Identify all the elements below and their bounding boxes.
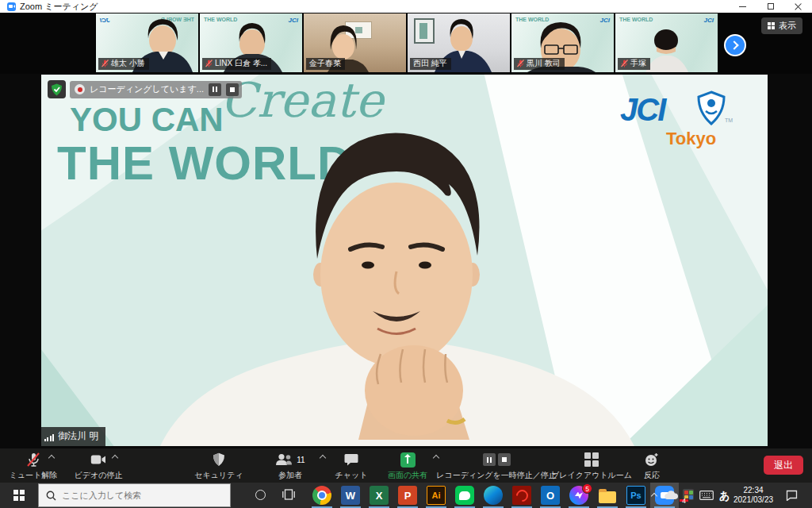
- start-button[interactable]: [0, 483, 38, 508]
- stop-recording-toolbar-button[interactable]: [498, 453, 511, 466]
- breakout-rooms-label: ブレイクアウトルーム: [551, 470, 632, 481]
- unmute-button[interactable]: ミュート解除: [2, 452, 64, 481]
- restore-button[interactable]: [756, 0, 784, 13]
- security-shield-button[interactable]: [48, 80, 66, 98]
- participant-name: 手塚: [630, 59, 646, 68]
- participant-name-label: 黒川 教司: [514, 58, 565, 70]
- breakout-rooms-button[interactable]: ブレイクアウトルーム: [553, 452, 630, 481]
- restore-icon: [768, 3, 774, 10]
- taskbar-app-line[interactable]: [450, 483, 479, 508]
- pause-recording-toolbar-button[interactable]: [483, 453, 496, 466]
- messenger-notification-badge: 5: [582, 483, 592, 494]
- search-input[interactable]: [62, 491, 209, 500]
- clock-date: 2021/03/23: [731, 495, 776, 505]
- participant-thumbnail[interactable]: THE WORLD JCI 手塚: [615, 13, 718, 72]
- pause-recording-button[interactable]: [209, 83, 221, 96]
- taskbar-app-explorer[interactable]: [593, 483, 622, 508]
- gallery-strip: THE WORLD JCI 雄太 小勝 THE WORLD JCI: [0, 13, 812, 74]
- taskbar-clock[interactable]: 22:34 2021/03/23: [731, 486, 776, 505]
- participant-name: 雄太 小勝: [111, 59, 145, 68]
- breakout-rooms-icon: [584, 452, 599, 468]
- chat-bubble-icon: [344, 452, 358, 468]
- taskbar-apps: W X P Ai O 5 Ps: [308, 483, 679, 508]
- taskbar-app-illustrator[interactable]: Ai: [422, 483, 450, 508]
- window-title: Zoom ミーティング: [20, 1, 98, 13]
- leave-meeting-label: 退出: [774, 459, 793, 472]
- muted-mic-icon: [102, 60, 109, 67]
- zoom-meeting-window: Zoom ミーティング THE WORLD JCI 雄太 小勝: [0, 0, 812, 508]
- speaker-nametag: 御法川 明: [41, 427, 105, 446]
- taskbar-app-edge[interactable]: [479, 483, 508, 508]
- excel-icon: X: [370, 486, 389, 505]
- participants-options-chevron-icon[interactable]: [320, 455, 326, 461]
- recording-indicator-bar: レコーディングしています...: [48, 80, 242, 98]
- powerpoint-icon: P: [398, 486, 417, 505]
- taskbar-app-photoshop[interactable]: Ps: [622, 483, 650, 508]
- security-label: セキュリティ: [194, 470, 243, 481]
- speaker-portrait: [41, 75, 768, 446]
- minimize-button[interactable]: [729, 0, 756, 13]
- recording-dot-icon: [75, 84, 85, 94]
- stop-recording-button[interactable]: [226, 83, 239, 96]
- video-camera-icon: [90, 452, 106, 468]
- taskbar-app-powerpoint[interactable]: P: [393, 483, 422, 508]
- task-view-icon: [282, 489, 295, 500]
- windows-logo-icon: [13, 490, 25, 502]
- action-center-icon[interactable]: [786, 490, 798, 501]
- grid-view-icon: [768, 22, 776, 30]
- chrome-icon: [312, 486, 331, 505]
- cortana-icon[interactable]: [255, 490, 266, 500]
- recording-controls[interactable]: レコーディングを一時停止／停止: [440, 452, 553, 481]
- chat-label: チャット: [335, 470, 368, 481]
- main-stage: YOU CAN Create THE WORLD JCI TM Tokyo: [0, 74, 812, 448]
- taskbar-search[interactable]: [38, 483, 231, 507]
- tray-notification-badge: 4: [679, 498, 689, 502]
- participant-thumbnail[interactable]: THE WORLD JCI 雄太 小勝: [95, 13, 198, 72]
- task-view-button[interactable]: [282, 489, 295, 500]
- ime-indicator[interactable]: あ: [719, 489, 730, 503]
- tray-notification-app-icon[interactable]: 4: [683, 489, 694, 500]
- view-button[interactable]: 表示: [761, 17, 803, 34]
- taskbar-app-acrobat[interactable]: [508, 483, 536, 508]
- muted-mic-icon: [26, 452, 40, 468]
- participant-name-label: 西田 純平: [410, 58, 451, 70]
- word-icon: W: [341, 486, 360, 505]
- onedrive-cloud-icon[interactable]: [665, 491, 678, 500]
- close-button[interactable]: [784, 0, 812, 13]
- participants-button[interactable]: 11 参加者: [262, 452, 319, 481]
- taskbar-app-word[interactable]: W: [336, 483, 365, 508]
- stop-video-button[interactable]: ビデオの停止: [67, 452, 129, 481]
- reactions-button[interactable]: 反応: [632, 452, 672, 481]
- touch-keyboard-icon[interactable]: [699, 491, 714, 500]
- active-speaker-video[interactable]: YOU CAN Create THE WORLD JCI TM Tokyo: [41, 75, 768, 446]
- photoshop-icon: Ps: [626, 486, 645, 505]
- security-button[interactable]: セキュリティ: [186, 452, 251, 481]
- security-shield-icon: [213, 452, 225, 468]
- next-page-button[interactable]: [724, 34, 746, 56]
- acrobat-icon: [512, 486, 531, 505]
- leave-meeting-button[interactable]: 退出: [764, 456, 803, 475]
- taskbar-app-chrome[interactable]: [308, 483, 336, 508]
- file-explorer-icon: [598, 486, 617, 505]
- participant-name: 黒川 教司: [527, 59, 561, 68]
- meeting-toolbar: ミュート解除 ビデオの停止 セキュリティ 11 参加者: [0, 448, 812, 483]
- participant-thumbnail[interactable]: 西田 純平: [407, 13, 510, 72]
- participant-thumbnail[interactable]: THE WORLD JCI LINX 臼倉 孝...: [199, 13, 302, 72]
- clock-time: 22:34: [731, 486, 776, 495]
- zoom-logo-icon: [7, 2, 16, 11]
- share-screen-icon: [400, 452, 416, 468]
- chat-button[interactable]: チャット: [327, 452, 375, 481]
- illustrator-icon: Ai: [427, 486, 446, 505]
- share-screen-button[interactable]: 画面の共有: [378, 452, 437, 481]
- participant-thumbnail[interactable]: THE WORLD JCI 黒川 教司: [511, 13, 614, 72]
- taskbar-app-excel[interactable]: X: [365, 483, 393, 508]
- taskbar-app-messenger[interactable]: 5: [565, 483, 593, 508]
- participant-thumbnail[interactable]: 金子春菜: [303, 13, 406, 72]
- shield-check-icon: [51, 83, 63, 96]
- window-controls: [729, 0, 812, 13]
- reactions-label: 反応: [644, 470, 660, 481]
- line-icon: [455, 486, 474, 505]
- stop-video-label: ビデオの停止: [75, 470, 123, 481]
- taskbar-app-outlook[interactable]: O: [536, 483, 565, 508]
- chevron-right-icon: [730, 40, 738, 49]
